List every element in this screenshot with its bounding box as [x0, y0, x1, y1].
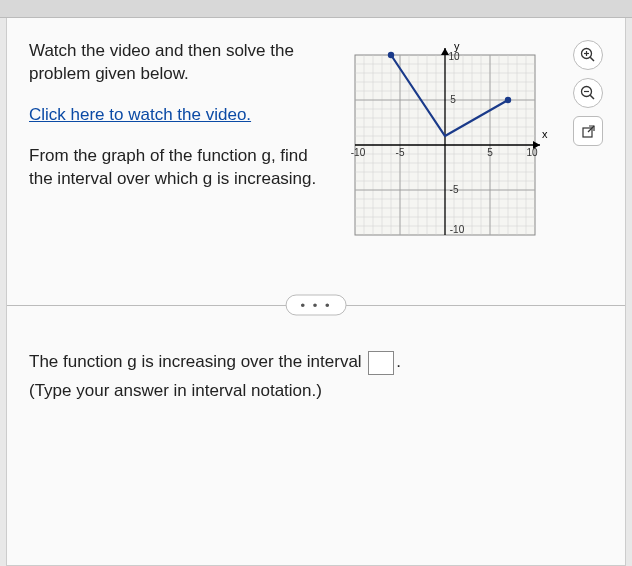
answer-input[interactable]	[368, 351, 394, 375]
svg-point-56	[505, 97, 511, 103]
svg-text:x: x	[542, 128, 548, 140]
svg-text:-5: -5	[450, 184, 459, 195]
svg-line-58	[590, 57, 594, 61]
content-row: Watch the video and then solve the probl…	[7, 18, 625, 260]
main-card: Watch the video and then solve the probl…	[6, 18, 626, 566]
intro-text: Watch the video and then solve the probl…	[29, 40, 321, 86]
graph-column: -10 -5 5 10 10 5 -5 -10 y x	[335, 40, 555, 250]
answer-text-after: .	[396, 352, 401, 371]
svg-line-62	[590, 95, 594, 99]
open-external-icon	[581, 124, 596, 139]
svg-text:-5: -5	[396, 147, 405, 158]
svg-text:y: y	[454, 40, 460, 52]
divider: • • •	[7, 290, 625, 320]
function-graph[interactable]: -10 -5 5 10 10 5 -5 -10 y x	[340, 40, 550, 250]
expand-dots-button[interactable]: • • •	[286, 295, 347, 316]
prompt-text: From the graph of the function g, find t…	[29, 145, 321, 191]
watch-video-link[interactable]: Click here to watch the video.	[29, 104, 321, 127]
svg-line-65	[588, 126, 594, 132]
svg-text:-10: -10	[351, 147, 366, 158]
answer-block: The function g is increasing over the in…	[7, 320, 625, 404]
svg-point-55	[388, 52, 394, 58]
svg-text:5: 5	[450, 94, 456, 105]
text-column: Watch the video and then solve the probl…	[29, 40, 321, 250]
zoom-out-button[interactable]	[573, 78, 603, 108]
svg-text:5: 5	[487, 147, 493, 158]
tools-column	[569, 40, 607, 250]
zoom-out-icon	[580, 85, 596, 101]
header-strip	[0, 0, 632, 18]
svg-text:10: 10	[526, 147, 538, 158]
svg-text:10: 10	[448, 51, 460, 62]
answer-note: (Type your answer in interval notation.)	[29, 377, 603, 404]
zoom-in-button[interactable]	[573, 40, 603, 70]
zoom-in-icon	[580, 47, 596, 63]
answer-text-before: The function g is increasing over the in…	[29, 352, 366, 371]
answer-line: The function g is increasing over the in…	[29, 348, 603, 375]
svg-text:-10: -10	[450, 224, 465, 235]
open-external-button[interactable]	[573, 116, 603, 146]
